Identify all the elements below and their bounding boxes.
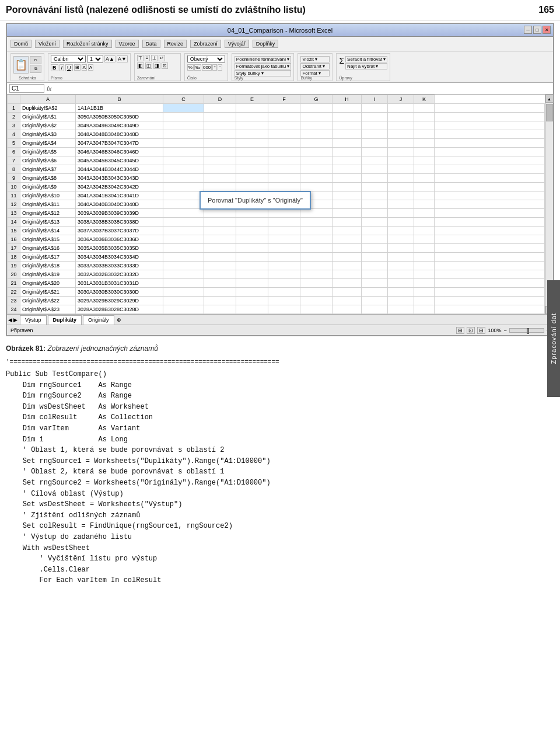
cell-empty[interactable] <box>236 113 268 121</box>
cell-empty[interactable] <box>332 244 362 253</box>
scroll-up-button[interactable]: ▲ <box>545 95 554 103</box>
cell-empty[interactable] <box>163 148 204 156</box>
row-header[interactable]: 8 <box>8 165 20 174</box>
cell-empty[interactable] <box>300 279 332 288</box>
cell-empty[interactable] <box>300 130 332 139</box>
cell-a[interactable]: Originály!$A$12 <box>20 209 76 218</box>
cell-empty[interactable] <box>163 305 204 314</box>
cell-empty[interactable] <box>163 183 204 191</box>
cell-b[interactable]: 3038A3038B3038C3038D <box>76 218 163 227</box>
cell-empty[interactable] <box>236 174 268 183</box>
cell-empty[interactable] <box>300 148 332 156</box>
cell-empty[interactable] <box>204 130 236 139</box>
cell-empty[interactable] <box>300 253 332 262</box>
cell-empty[interactable] <box>204 253 236 262</box>
cell-empty[interactable] <box>414 279 435 288</box>
row-header[interactable]: 16 <box>8 235 20 244</box>
formula-input[interactable] <box>54 85 551 92</box>
cell-a[interactable]: Originály!$A$6 <box>20 156 76 165</box>
cell-empty[interactable] <box>236 130 268 139</box>
cell-empty[interactable] <box>236 156 268 165</box>
view-normal-icon[interactable]: ⊞ <box>456 327 464 334</box>
cell-empty[interactable] <box>268 270 300 279</box>
cell-empty[interactable] <box>435 235 545 244</box>
cell-empty[interactable] <box>268 253 300 262</box>
restore-button[interactable]: □ <box>533 26 541 34</box>
cell-empty[interactable] <box>236 209 268 218</box>
cell-empty[interactable] <box>163 253 204 262</box>
cell-empty[interactable] <box>435 288 545 297</box>
cell-empty[interactable] <box>236 183 268 191</box>
comma-button[interactable]: 000 <box>202 64 212 71</box>
cell-b[interactable]: 3037A3037B3037C3037D <box>76 227 163 235</box>
cell-empty[interactable] <box>332 288 362 297</box>
cell-empty[interactable] <box>163 191 204 200</box>
conditional-format-button[interactable]: Podmíněné formátování ▾ <box>235 56 292 62</box>
cell-empty[interactable] <box>362 235 388 244</box>
cell-empty[interactable] <box>435 253 545 262</box>
cell-empty[interactable] <box>414 288 435 297</box>
cell-a[interactable]: Originály!$A$3 <box>20 130 76 139</box>
cell-empty[interactable] <box>204 174 236 183</box>
cell-empty[interactable] <box>388 165 414 174</box>
cell-empty[interactable] <box>236 244 268 253</box>
cell-b[interactable]: 3045A3045B3045C3045D <box>76 156 163 165</box>
add-sheet-button[interactable]: ⊕ <box>117 317 121 323</box>
cell-empty[interactable] <box>300 139 332 148</box>
cell-empty[interactable] <box>388 130 414 139</box>
cell-empty[interactable] <box>268 165 300 174</box>
cell-empty[interactable] <box>362 218 388 227</box>
align-middle-button[interactable]: ≡ <box>145 55 150 61</box>
col-header-h[interactable]: H <box>332 95 362 104</box>
cell-empty[interactable] <box>388 183 414 191</box>
cell-empty[interactable] <box>332 183 362 191</box>
cell-b[interactable]: 3039A3039B3039C3039D <box>76 209 163 218</box>
cell-empty[interactable] <box>204 279 236 288</box>
cell-a[interactable]: Originály!$A$15 <box>20 235 76 244</box>
merge-button[interactable]: ⊡ <box>162 62 168 69</box>
row-header[interactable]: 5 <box>8 139 20 148</box>
cell-empty[interactable] <box>435 270 545 279</box>
window-controls[interactable]: ─ □ ✕ <box>524 26 551 34</box>
cell-b[interactable]: 3044A3044B3044C3044D <box>76 165 163 174</box>
cell-empty[interactable] <box>435 297 545 305</box>
cell-empty[interactable] <box>163 130 204 139</box>
cell-empty[interactable] <box>300 113 332 121</box>
cell-empty[interactable] <box>332 156 362 165</box>
row-header[interactable]: 19 <box>8 262 20 270</box>
cell-empty[interactable] <box>332 113 362 121</box>
cell-empty[interactable] <box>388 191 414 200</box>
cell-b[interactable]: 3034A3034B3034C3034D <box>76 253 163 262</box>
cell-empty[interactable] <box>300 121 332 130</box>
align-left-button[interactable]: ◧ <box>137 62 144 69</box>
cell-a[interactable]: Originály!$A$4 <box>20 139 76 148</box>
align-bottom-button[interactable]: ⊥ <box>151 55 158 61</box>
cell-empty[interactable] <box>236 235 268 244</box>
cell-empty[interactable] <box>236 218 268 227</box>
cell-b[interactable]: 3036A3036B3036C3036D <box>76 235 163 244</box>
cell-empty[interactable] <box>204 165 236 174</box>
cell-a[interactable]: Originály!$A$9 <box>20 183 76 191</box>
cell-empty[interactable] <box>388 288 414 297</box>
cell-empty[interactable] <box>362 200 388 209</box>
cell-empty[interactable] <box>204 235 236 244</box>
view-layout-icon[interactable]: ⊡ <box>467 327 475 334</box>
cell-empty[interactable] <box>268 279 300 288</box>
cell-empty[interactable] <box>388 121 414 130</box>
cell-a[interactable]: Originály!$A$7 <box>20 165 76 174</box>
row-header[interactable]: 13 <box>8 209 20 218</box>
cell-empty[interactable] <box>332 305 362 314</box>
cell-empty[interactable] <box>388 244 414 253</box>
cell-a[interactable]: Originály!$A$16 <box>20 244 76 253</box>
cell-b[interactable]: 3050A3050B3050C3050D <box>76 113 163 121</box>
align-right-button[interactable]: ◨ <box>153 62 160 69</box>
cell-empty[interactable] <box>435 209 545 218</box>
tab-vlozeni[interactable]: Vložení <box>35 40 60 48</box>
cell-empty[interactable] <box>300 209 332 218</box>
cell-empty[interactable] <box>236 165 268 174</box>
col-header-a[interactable]: A <box>20 95 76 104</box>
cell-empty[interactable] <box>388 104 414 113</box>
cell-empty[interactable] <box>362 297 388 305</box>
cell-b[interactable]: 3048A3048B3048C3048D <box>76 130 163 139</box>
cell-empty[interactable] <box>332 200 362 209</box>
